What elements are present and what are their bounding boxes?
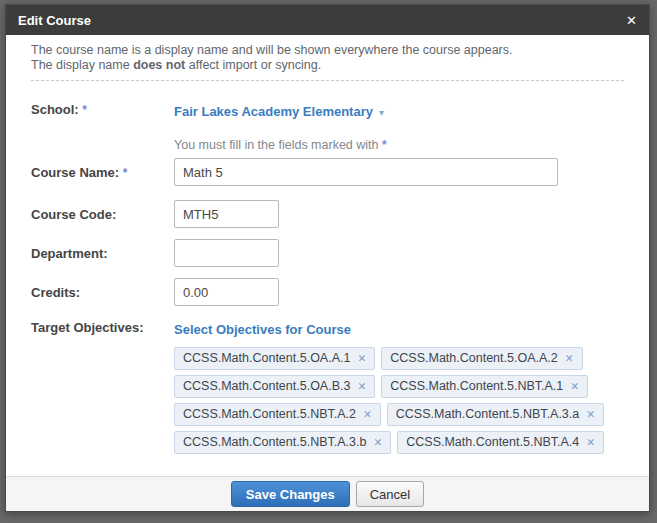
- objectives-list: CCSS.Math.Content.5.OA.A.1✕CCSS.Math.Con…: [174, 347, 614, 454]
- dialog-title: Edit Course: [18, 13, 91, 28]
- objective-tag: CCSS.Math.Content.5.OA.B.3✕: [174, 375, 375, 398]
- required-star: *: [123, 166, 128, 180]
- objective-tag-label: CCSS.Math.Content.5.NBT.A.3.a: [396, 407, 579, 421]
- objective-tag: CCSS.Math.Content.5.NBT.A.2✕: [174, 403, 381, 426]
- notice-line2-prefix: The display name: [31, 58, 133, 72]
- department-row: Department:: [31, 239, 624, 267]
- course-name-input[interactable]: [174, 158, 558, 186]
- course-code-row: Course Code:: [31, 200, 624, 228]
- dialog-body: The course name is a display name and wi…: [6, 35, 649, 476]
- objective-tag-label: CCSS.Math.Content.5.NBT.A.1: [390, 379, 563, 393]
- required-star: *: [382, 138, 387, 152]
- page-overlay: Edit Course ✕ The course name is a displ…: [0, 0, 657, 523]
- dialog-footer: Save Changes Cancel: [6, 476, 649, 511]
- course-name-label: Course Name: *: [31, 158, 174, 180]
- objective-tag: CCSS.Math.Content.5.NBT.A.4✕: [397, 431, 604, 454]
- school-row: School: * Fair Lakes Academy Elementary▾: [31, 102, 624, 120]
- remove-objective-icon[interactable]: ✕: [586, 409, 595, 420]
- credits-row: Credits:: [31, 278, 624, 306]
- objective-tag: CCSS.Math.Content.5.NBT.A.3.b✕: [174, 431, 391, 454]
- objective-tag-label: CCSS.Math.Content.5.OA.B.3: [183, 379, 350, 393]
- course-name-row: Course Name: *: [31, 158, 624, 186]
- edit-course-dialog: Edit Course ✕ The course name is a displ…: [5, 4, 650, 512]
- remove-objective-icon[interactable]: ✕: [373, 437, 382, 448]
- notice-text: The course name is a display name and wi…: [31, 43, 624, 73]
- remove-objective-icon[interactable]: ✕: [357, 381, 366, 392]
- select-objectives-link[interactable]: Select Objectives for Course: [174, 321, 351, 337]
- objective-tag-label: CCSS.Math.Content.5.NBT.A.4: [406, 435, 579, 449]
- remove-objective-icon[interactable]: ✕: [565, 353, 574, 364]
- objective-tag: CCSS.Math.Content.5.OA.A.2✕: [381, 347, 582, 370]
- objective-tag-label: CCSS.Math.Content.5.OA.A.2: [390, 351, 557, 365]
- remove-objective-icon[interactable]: ✕: [363, 409, 372, 420]
- required-star: *: [82, 103, 87, 117]
- remove-objective-icon[interactable]: ✕: [586, 437, 595, 448]
- cancel-button[interactable]: Cancel: [356, 481, 424, 507]
- close-icon[interactable]: ✕: [626, 14, 637, 27]
- remove-objective-icon[interactable]: ✕: [570, 381, 579, 392]
- school-selector-link[interactable]: Fair Lakes Academy Elementary▾: [174, 104, 384, 119]
- objective-tag-label: CCSS.Math.Content.5.NBT.A.3.b: [183, 435, 366, 449]
- objective-tag-label: CCSS.Math.Content.5.NBT.A.2: [183, 407, 356, 421]
- objective-tag: CCSS.Math.Content.5.OA.A.1✕: [174, 347, 375, 370]
- remove-objective-icon[interactable]: ✕: [357, 353, 366, 364]
- school-label: School: *: [31, 102, 174, 117]
- notice-line2-suffix: affect import or syncing.: [185, 58, 321, 72]
- credits-input[interactable]: [174, 278, 279, 306]
- chevron-down-icon: ▾: [379, 107, 384, 118]
- required-hint-row: You must fill in the fields marked with …: [31, 138, 624, 152]
- objective-tag-label: CCSS.Math.Content.5.OA.A.1: [183, 351, 350, 365]
- dashed-divider: [31, 80, 624, 81]
- notice-line1: The course name is a display name and wi…: [31, 43, 513, 57]
- course-code-label: Course Code:: [31, 200, 174, 222]
- objective-tag: CCSS.Math.Content.5.NBT.A.1✕: [381, 375, 588, 398]
- save-changes-button[interactable]: Save Changes: [231, 481, 350, 507]
- target-objectives-row: Target Objectives: Select Objectives for…: [31, 320, 624, 454]
- objective-tag: CCSS.Math.Content.5.NBT.A.3.a✕: [387, 403, 604, 426]
- notice-line2-bold: does not: [133, 58, 185, 72]
- course-code-input[interactable]: [174, 200, 279, 228]
- dialog-header: Edit Course ✕: [6, 5, 649, 35]
- required-hint: You must fill in the fields marked with …: [174, 138, 624, 152]
- target-objectives-label: Target Objectives:: [31, 320, 174, 335]
- department-label: Department:: [31, 239, 174, 261]
- department-input[interactable]: [174, 239, 279, 267]
- credits-label: Credits:: [31, 278, 174, 300]
